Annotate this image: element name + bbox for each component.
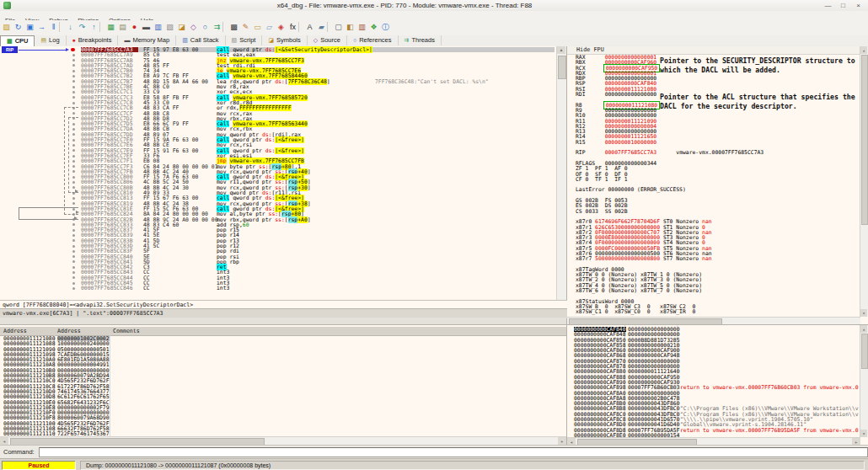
dump-column-comments[interactable]: Comments xyxy=(113,327,140,335)
tab-log[interactable]: ▤Log xyxy=(35,35,66,45)
row-dot xyxy=(72,223,75,226)
close-button[interactable]: × xyxy=(852,1,865,10)
row-dot xyxy=(72,239,75,242)
comment-icon[interactable]: ▭ xyxy=(252,21,263,33)
tab-label: Threads xyxy=(411,36,435,44)
font-icon[interactable]: A xyxy=(304,21,315,33)
toolbar: ▨↻▣→‖↓↷↑▦▤●▬▥▧◪◇○⇉▩✎▭▱◈fxA▰▢◧▥❖ⓘ xyxy=(0,20,868,36)
title-bar: x64_dbg - File: vmware-vmx.exe - PID: 77… xyxy=(0,0,868,12)
tab-memory-map[interactable]: ▬Memory Map xyxy=(118,35,176,45)
references-icon[interactable]: ○ xyxy=(200,21,211,33)
label-icon[interactable]: ▱ xyxy=(264,21,275,33)
row-dot xyxy=(72,255,75,258)
command-input[interactable] xyxy=(39,447,868,457)
memory-map-icon[interactable]: ▬ xyxy=(141,21,152,33)
row-dot xyxy=(72,250,75,253)
scroll-thumb[interactable] xyxy=(861,334,868,369)
maximize-button[interactable]: □ xyxy=(837,1,849,10)
row-dot xyxy=(72,54,75,56)
scroll-up-icon[interactable]: ▴ xyxy=(860,325,867,333)
stop-icon[interactable]: ▣ xyxy=(24,21,35,33)
tab-cpu[interactable]: ▦CPU xyxy=(0,35,35,47)
calculator-icon[interactable]: ▩ xyxy=(228,21,239,33)
log-icon[interactable]: ▤ xyxy=(117,21,128,33)
row-dot xyxy=(72,102,75,104)
row-dot xyxy=(72,96,75,99)
dump-column-address2[interactable]: Address xyxy=(57,327,81,335)
scroll-thumb[interactable] xyxy=(569,318,722,324)
tab-source[interactable]: ◇Source xyxy=(308,35,347,45)
run-icon[interactable]: → xyxy=(36,21,47,33)
row-dot xyxy=(72,271,75,274)
registers-vertical-scrollbar[interactable]: ▴ ▾ xyxy=(860,46,868,317)
row-dot xyxy=(72,266,75,269)
annotation-note: Pointer to the ACL structure that specif… xyxy=(660,93,868,110)
row-dot xyxy=(72,260,75,263)
breakpoints-icon[interactable]: ● xyxy=(129,21,140,33)
step-into-icon[interactable]: ↓ xyxy=(65,21,76,33)
tab-symbols[interactable]: ◪Symbols xyxy=(262,35,307,45)
stack-vertical-scrollbar[interactable]: ▴ ▾ xyxy=(860,325,868,437)
tab-breakpoints[interactable]: ●Breakpoints xyxy=(67,35,119,45)
registers-pane[interactable]: Hide FPU RAX 0000000000000001RBX 0000000… xyxy=(567,46,868,324)
disasm-bytes: CC xyxy=(143,286,215,291)
row-dot xyxy=(72,59,75,61)
scroll-thumb[interactable] xyxy=(558,56,566,79)
minimize-button[interactable]: — xyxy=(822,1,834,10)
disasm-row[interactable]: 00007FF7685CC846CCint3 xyxy=(0,286,556,291)
register-line: x87SW_C1 0 x87SW_C0 0 x87SW_IR 0 xyxy=(576,309,764,314)
about-icon[interactable]: ⓘ xyxy=(380,21,391,33)
scroll-up-icon[interactable]: ▴ xyxy=(557,46,565,54)
restart-icon[interactable]: ↻ xyxy=(13,21,24,33)
scroll-thumb[interactable] xyxy=(861,55,868,225)
disassembly-vertical-scrollbar[interactable]: ▴ ▾ xyxy=(556,46,566,324)
script-icon: ▧ xyxy=(232,37,238,43)
bug-icon[interactable]: ❖ xyxy=(368,21,379,33)
row-dot xyxy=(72,91,75,93)
stack-pane[interactable]: 0000000000CAF840000000000000000000000000… xyxy=(567,324,868,446)
cpu-icon[interactable]: ▦ xyxy=(105,21,116,33)
tab-label: Breakpoints xyxy=(78,36,112,44)
disassembly-pane[interactable]: 00007FF7685CC7A3FF 15 97 E8 63 00call qw… xyxy=(0,46,567,324)
function-icon[interactable]: fx xyxy=(287,21,298,33)
toolbar-separator xyxy=(327,22,332,32)
bookmark-icon[interactable]: ◈ xyxy=(276,21,287,33)
scroll-down-icon[interactable]: ▾ xyxy=(860,309,867,317)
threads-icon[interactable]: ⇉ xyxy=(212,21,222,33)
scroll-up-icon[interactable]: ▴ xyxy=(860,46,867,54)
scroll-left-icon[interactable]: ◂ xyxy=(0,437,8,445)
tab-references[interactable]: ○References xyxy=(347,35,399,45)
annotation-note: Pointer to the SECURITY_DESCRIPTOR struc… xyxy=(660,56,868,74)
registers-horizontal-scrollbar[interactable] xyxy=(567,317,860,324)
symbols-icon[interactable]: ◪ xyxy=(176,21,187,33)
tab-script[interactable]: ▧Script xyxy=(226,35,263,45)
disassembly-rows: 00007FF7685CC7A3FF 15 97 E8 63 00call qw… xyxy=(0,47,556,291)
appearance-icon[interactable]: ◧ xyxy=(345,21,356,33)
tab-label: Symbols xyxy=(276,36,301,44)
row-dot xyxy=(72,276,75,279)
patch-icon[interactable]: ✎ xyxy=(240,21,251,33)
row-dot xyxy=(72,234,75,237)
toolbar-separator xyxy=(99,22,104,32)
dump-pane[interactable]: Address Address Comments 000000001112108… xyxy=(0,324,567,446)
call-stack-icon[interactable]: ▥ xyxy=(153,21,163,33)
settings-icon[interactable]: ▢ xyxy=(333,21,344,33)
step-over-icon[interactable]: ↷ xyxy=(77,21,88,33)
register-line: RIP 00007FF7685CC7A3 vmware-vmx.00007FF7… xyxy=(576,150,764,155)
script-icon[interactable]: ▧ xyxy=(164,21,175,33)
tab-label: Log xyxy=(49,36,60,44)
dump-column-address1[interactable]: Address xyxy=(3,327,27,335)
plugins-icon[interactable]: ▥ xyxy=(356,21,367,33)
tab-call-stack[interactable]: ▥Call Stack xyxy=(176,35,225,45)
source-icon[interactable]: ◇ xyxy=(188,21,199,33)
breakpoints-icon: ● xyxy=(72,37,76,43)
pause-icon[interactable]: ‖ xyxy=(48,21,59,33)
scroll-down-icon[interactable]: ▾ xyxy=(860,430,867,437)
open-file-icon[interactable]: ▨ xyxy=(1,21,12,33)
highlight-icon[interactable]: ▰ xyxy=(316,21,327,33)
step-out-icon[interactable]: ↑ xyxy=(88,21,99,33)
stack-comment: return to vmware-vmx.00007FF76B95DA5F fr… xyxy=(680,428,859,433)
tab-threads[interactable]: ⇉Threads xyxy=(399,35,442,45)
scroll-right-icon[interactable]: ▸ xyxy=(558,437,566,445)
row-dot xyxy=(72,75,75,77)
